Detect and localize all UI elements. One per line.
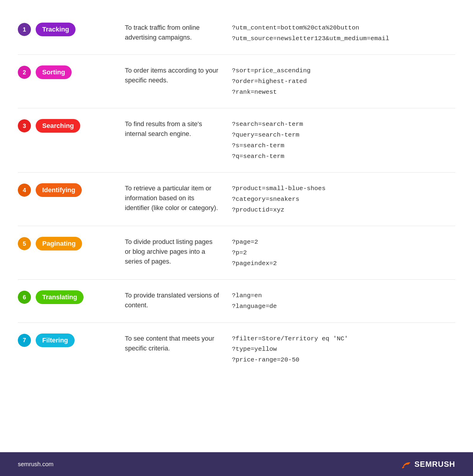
- examples-1: ?utm_content=bottom%20cta%20button?utm_s…: [232, 23, 455, 44]
- examples-7: ?filter=Store/Territory eq 'NC'?type=yel…: [232, 333, 455, 365]
- examples-4: ?product=small-blue-shoes?category=sneak…: [232, 183, 455, 215]
- tag-pill-5: Paginating: [36, 237, 82, 250]
- main-content: 1TrackingTo track traffic from online ad…: [0, 0, 473, 452]
- example-item: ?order=highest-rated: [232, 76, 455, 87]
- row-6: 6TranslatingTo provide translated versio…: [18, 280, 455, 322]
- semrush-logo: SEMRUSH: [401, 459, 455, 469]
- example-item: ?filter=Store/Territory eq 'NC': [232, 333, 455, 344]
- tag-pill-7: Filtering: [36, 333, 75, 347]
- number-circle-3: 3: [18, 119, 31, 132]
- example-item: ?sort=price_ascending: [232, 65, 455, 76]
- row-7: 7FilteringTo see content that meets your…: [18, 323, 455, 376]
- examples-5: ?page=2?p=2?pageindex=2: [232, 237, 455, 269]
- description-4: To retrieve a particular item or informa…: [113, 183, 232, 213]
- example-item: ?utm_source=newsletter123&utm_medium=ema…: [232, 33, 455, 44]
- row-left-4: 4Identifying: [18, 183, 113, 197]
- examples-6: ?lang=en?language=de: [232, 290, 455, 311]
- row-3: 3SearchingTo find results from a site's …: [18, 108, 455, 173]
- number-circle-1: 1: [18, 23, 31, 36]
- example-item: ?product=small-blue-shoes: [232, 183, 455, 194]
- example-item: ?language=de: [232, 301, 455, 312]
- number-circle-6: 6: [18, 291, 31, 304]
- brand-name: SEMRUSH: [414, 460, 455, 469]
- number-circle-4: 4: [18, 184, 31, 197]
- number-circle-5: 5: [18, 237, 31, 250]
- number-circle-7: 7: [18, 334, 31, 347]
- description-7: To see content that meets your specific …: [113, 333, 232, 353]
- tag-pill-1: Tracking: [36, 23, 76, 36]
- tag-pill-6: Translating: [36, 290, 84, 304]
- row-1: 1TrackingTo track traffic from online ad…: [18, 12, 455, 55]
- examples-3: ?search=search-term?query=search-term?s=…: [232, 119, 455, 162]
- description-1: To track traffic from online advertising…: [113, 23, 232, 42]
- tag-pill-2: Sorting: [36, 65, 72, 79]
- example-item: ?type=yellow: [232, 344, 455, 355]
- example-item: ?query=search-term: [232, 130, 455, 140]
- example-item: ?price-range=20-50: [232, 355, 455, 365]
- example-item: ?p=2: [232, 248, 455, 258]
- footer: semrush.com SEMRUSH: [0, 452, 473, 476]
- example-item: ?s=search-term: [232, 140, 455, 151]
- row-left-7: 7Filtering: [18, 333, 113, 347]
- row-left-6: 6Translating: [18, 290, 113, 304]
- description-6: To provide translated versions of conten…: [113, 290, 232, 310]
- description-3: To find results from a site's internal s…: [113, 119, 232, 139]
- example-item: ?search=search-term: [232, 119, 455, 130]
- example-item: ?utm_content=bottom%20cta%20button: [232, 23, 455, 33]
- example-item: ?category=sneakers: [232, 194, 455, 205]
- example-item: ?productid=xyz: [232, 205, 455, 215]
- examples-2: ?sort=price_ascending?order=highest-rate…: [232, 65, 455, 97]
- example-item: ?q=search-term: [232, 151, 455, 162]
- row-left-2: 2Sorting: [18, 65, 113, 79]
- row-2: 2SortingTo order items according to your…: [18, 55, 455, 108]
- example-item: ?lang=en: [232, 290, 455, 301]
- row-5: 5PaginatingTo divide product listing pag…: [18, 226, 455, 280]
- example-item: ?rank=newest: [232, 87, 455, 98]
- row-4: 4IdentifyingTo retrieve a particular ite…: [18, 173, 455, 226]
- tag-pill-4: Identifying: [36, 183, 82, 197]
- row-left-3: 3Searching: [18, 119, 113, 133]
- example-item: ?pageindex=2: [232, 258, 455, 269]
- description-2: To order items according to your specifi…: [113, 65, 232, 85]
- footer-domain: semrush.com: [18, 461, 54, 468]
- row-left-1: 1Tracking: [18, 23, 113, 36]
- example-item: ?page=2: [232, 237, 455, 248]
- number-circle-2: 2: [18, 66, 31, 79]
- description-5: To divide product listing pages or blog …: [113, 237, 232, 266]
- semrush-icon: [401, 459, 411, 469]
- row-left-5: 5Paginating: [18, 237, 113, 250]
- tag-pill-3: Searching: [36, 119, 80, 133]
